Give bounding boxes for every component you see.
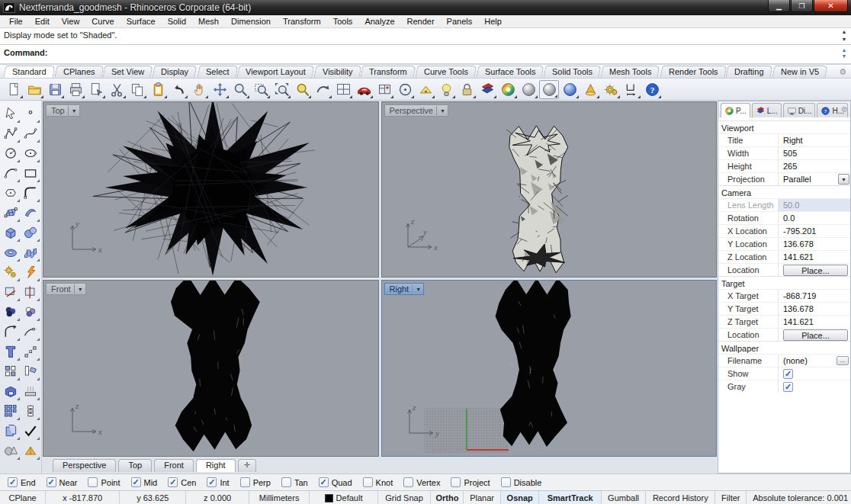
- status-millimeters[interactable]: Millimeters: [249, 491, 310, 504]
- viewport-perspective[interactable]: zxy Perspective▼: [381, 101, 718, 278]
- viewport-tab-front[interactable]: Front: [154, 459, 194, 472]
- menu-solid[interactable]: Solid: [162, 16, 192, 27]
- toolbar-tab-visibility[interactable]: Visibility: [313, 66, 361, 78]
- status-grid-snap[interactable]: Grid Snap: [378, 491, 432, 504]
- status-osnap[interactable]: Osnap: [501, 491, 540, 504]
- explode-tool-icon[interactable]: [1, 262, 21, 282]
- mesh-surface-tool-icon[interactable]: [21, 242, 40, 262]
- help-icon[interactable]: ?: [642, 80, 662, 99]
- status-cplane[interactable]: CPlane: [0, 491, 46, 504]
- color-wheel-icon[interactable]: [498, 80, 518, 99]
- viewport-right[interactable]: zy Right▼: [381, 280, 718, 457]
- add-viewport-tab[interactable]: ✛: [238, 459, 256, 472]
- toolbar-tab-mesh-tools[interactable]: Mesh Tools: [601, 66, 661, 78]
- copy-object-tool-icon[interactable]: [1, 421, 21, 441]
- text-tool-icon[interactable]: [1, 342, 21, 361]
- tab-display[interactable]: Di...: [783, 103, 816, 117]
- render-preview-icon[interactable]: [580, 80, 600, 99]
- undo-view-icon[interactable]: [313, 80, 332, 99]
- osnap-cen[interactable]: ✓Cen: [168, 477, 196, 487]
- place-button[interactable]: Place...: [783, 265, 848, 276]
- place-button[interactable]: Place...: [783, 329, 848, 341]
- join-tool-icon[interactable]: [1, 302, 21, 322]
- viewport-right-label[interactable]: Right▼: [384, 283, 425, 295]
- osnap-end[interactable]: ✓End: [8, 477, 36, 487]
- show-checkbox[interactable]: ✓: [783, 369, 793, 379]
- osnap-project[interactable]: Project: [451, 477, 490, 487]
- select-tool-icon[interactable]: [1, 104, 21, 124]
- projection-dropdown[interactable]: ▼: [838, 174, 849, 185]
- point-tool-icon[interactable]: [21, 104, 40, 124]
- torus-tool-icon[interactable]: [1, 242, 21, 262]
- group-tool-icon[interactable]: [21, 302, 40, 322]
- save-icon[interactable]: [45, 80, 65, 99]
- status-z-0-000[interactable]: z 0.000: [186, 491, 249, 504]
- menu-surface[interactable]: Surface: [120, 16, 162, 27]
- toolbar-tab-cplanes[interactable]: CPlanes: [54, 66, 104, 78]
- osnap-perp[interactable]: Perp: [240, 477, 271, 487]
- render-icon[interactable]: [560, 80, 580, 99]
- plan-view-icon[interactable]: [374, 80, 394, 99]
- viewport-top-label[interactable]: Top▼: [46, 104, 80, 117]
- menu-render[interactable]: Render: [401, 16, 441, 27]
- zoom-extents-icon[interactable]: [292, 80, 312, 99]
- toolbar-tab-transform[interactable]: Transform: [361, 66, 416, 78]
- toolbar-tab-display[interactable]: Display: [153, 66, 197, 78]
- toolbar-tab-curve-tools[interactable]: Curve Tools: [415, 66, 477, 78]
- menu-transform[interactable]: Transform: [277, 16, 327, 27]
- status-y-63-625[interactable]: y 63.625: [120, 491, 186, 504]
- menu-edit[interactable]: Edit: [29, 16, 56, 27]
- viewport-top[interactable]: yx Top▼: [43, 101, 379, 278]
- curve-tool-icon[interactable]: [21, 124, 40, 143]
- undo-icon[interactable]: [169, 80, 188, 99]
- restore-button[interactable]: ❐: [791, 0, 813, 12]
- boolean-tool-icon[interactable]: [1, 381, 21, 401]
- toolbar-tab-drafting[interactable]: Drafting: [726, 66, 773, 78]
- box-tool-icon[interactable]: [1, 223, 21, 242]
- named-view-icon[interactable]: [354, 80, 374, 99]
- circle-tool-icon[interactable]: [1, 143, 21, 163]
- pan-icon[interactable]: [189, 80, 209, 99]
- menu-curve[interactable]: Curve: [85, 16, 120, 27]
- status-x-817-870[interactable]: x -817.870: [46, 491, 120, 504]
- dimension-icon[interactable]: [621, 80, 641, 99]
- osnap-disable[interactable]: Disable: [501, 477, 542, 487]
- viewport-front[interactable]: zx Front▼: [43, 280, 379, 457]
- viewport-tab-right[interactable]: Right: [196, 459, 236, 472]
- status-ortho[interactable]: Ortho: [431, 491, 464, 504]
- osnap-tan[interactable]: Tan: [281, 477, 308, 487]
- toolbar-tab-select[interactable]: Select: [197, 66, 238, 78]
- sphere-tool-icon[interactable]: [21, 223, 40, 242]
- copy-icon[interactable]: [127, 80, 147, 99]
- viewport-tab-perspective[interactable]: Perspective: [53, 459, 116, 472]
- menu-tools[interactable]: Tools: [327, 16, 359, 27]
- surface-cp-tool-icon[interactable]: [1, 203, 21, 223]
- viewport-perspective-label[interactable]: Perspective▼: [384, 104, 448, 117]
- osnap-vertex[interactable]: Vertex: [403, 477, 440, 487]
- print-icon[interactable]: [66, 80, 85, 99]
- minimize-button[interactable]: ▁: [768, 0, 790, 12]
- status-absolute-tolerance-0-001[interactable]: Absolute tolerance: 0.001: [747, 491, 851, 504]
- menu-mesh[interactable]: Mesh: [192, 16, 225, 27]
- browse-button[interactable]: ...: [837, 356, 849, 365]
- tab-layers[interactable]: L...: [752, 103, 782, 117]
- point-edit-tool-icon[interactable]: [21, 342, 40, 361]
- surface-patch-tool-icon[interactable]: [21, 203, 40, 223]
- ellipse-tool-icon[interactable]: [21, 143, 40, 163]
- hatch-tool-icon[interactable]: [21, 381, 40, 401]
- lamp-icon[interactable]: [436, 80, 456, 99]
- array-grid-tool-icon[interactable]: [1, 401, 21, 421]
- split-tool-icon[interactable]: [21, 282, 40, 302]
- command-scrollbar[interactable]: ▲▼: [839, 29, 849, 42]
- menu-dimension[interactable]: Dimension: [225, 16, 277, 27]
- panel-gear-icon[interactable]: ⚙: [841, 105, 848, 114]
- shade-icon[interactable]: [519, 80, 538, 99]
- toolbar-tab-solid-tools[interactable]: Solid Tools: [544, 66, 602, 78]
- status-filter[interactable]: Filter: [715, 491, 747, 504]
- menu-analyze[interactable]: Analyze: [358, 16, 400, 27]
- circle-center-icon[interactable]: [395, 80, 415, 99]
- fillet-tool-icon[interactable]: [1, 322, 21, 342]
- command-prompt[interactable]: Command: ▲▼: [0, 45, 851, 65]
- toolbar-tab-standard[interactable]: Standard: [3, 66, 55, 78]
- cut-icon[interactable]: [107, 80, 127, 99]
